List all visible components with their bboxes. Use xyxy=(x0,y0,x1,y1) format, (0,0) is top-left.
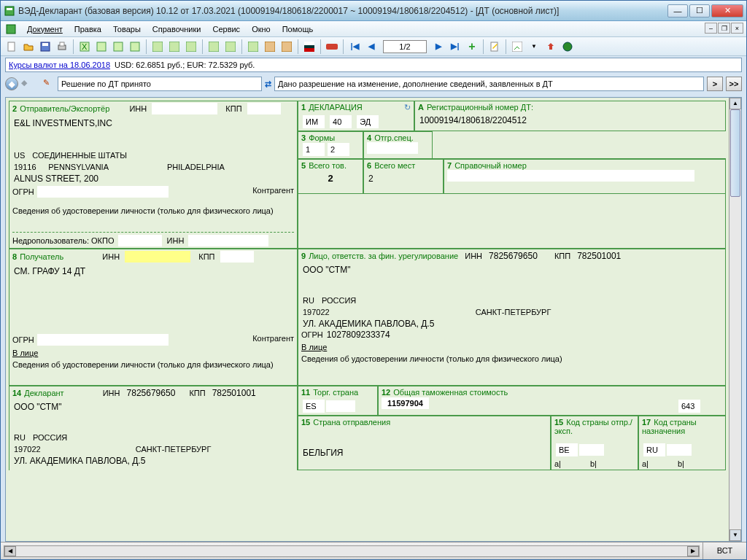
tool-doc1-icon[interactable] xyxy=(509,39,525,54)
titlebar: ВЭД-Декларант (базовая версия) 10.12 от … xyxy=(1,1,746,21)
mdi-restore[interactable]: ❐ xyxy=(718,23,730,34)
scroll-thumb[interactable] xyxy=(730,109,740,197)
tool-edit-icon[interactable] xyxy=(487,39,503,54)
tool-upload-icon[interactable] xyxy=(543,39,559,54)
menu-window[interactable]: Окно xyxy=(246,23,276,35)
boxA-number[interactable]: 10009194/180618/2204512 xyxy=(418,114,722,126)
tool-save-icon[interactable] xyxy=(37,39,53,54)
tool-g7-icon[interactable] xyxy=(262,39,278,54)
refresh-icon[interactable]: ↻ xyxy=(404,103,411,112)
tool-flag-icon[interactable] xyxy=(301,39,317,54)
tool-g2-icon[interactable] xyxy=(166,39,182,54)
close-button[interactable]: ✕ xyxy=(711,4,743,18)
svg-text:X: X xyxy=(82,42,88,51)
menu-refs[interactable]: Справочники xyxy=(147,23,207,35)
box-15k: 15Код страны отпр./эксп. BE a|b| xyxy=(551,416,638,470)
v-scrollbar[interactable]: ▲ ▼ xyxy=(729,98,741,541)
tool-xls3-icon[interactable] xyxy=(110,39,126,54)
tool-xls2-icon[interactable] xyxy=(93,39,109,54)
svg-rect-17 xyxy=(225,42,236,52)
box8-inn-input[interactable] xyxy=(125,251,190,262)
tool-globe-icon[interactable] xyxy=(560,39,576,54)
box17k-input[interactable] xyxy=(667,444,692,456)
svg-rect-16 xyxy=(209,42,219,52)
nav-next-icon[interactable]: ▶ xyxy=(430,39,446,54)
box11-input[interactable] xyxy=(326,400,355,412)
xchg-icon[interactable]: ⇄ xyxy=(265,79,271,89)
scroll-up-icon[interactable]: ▲ xyxy=(729,98,741,109)
scroll-left-icon[interactable]: ◀ xyxy=(4,546,16,556)
box4-input[interactable] xyxy=(367,142,418,154)
box7-input[interactable] xyxy=(447,170,694,182)
nav-first-icon[interactable]: |◀ xyxy=(347,39,363,54)
mdi-controls: – ❐ × xyxy=(705,23,743,34)
status-last-button[interactable]: >> xyxy=(726,77,742,91)
window-title: ВЭД-Декларант (базовая версия) 10.12 от … xyxy=(18,6,667,16)
svg-rect-21 xyxy=(304,42,314,45)
tool-new-icon[interactable] xyxy=(4,39,20,54)
tool-dropdown-icon[interactable]: ▼ xyxy=(526,39,542,54)
tool-print-icon[interactable] xyxy=(54,39,70,54)
tool-g5-icon[interactable] xyxy=(222,39,239,54)
box1-c3[interactable]: ЭД xyxy=(357,115,379,128)
statusbar: ◀ ▶ ВСТ xyxy=(1,542,746,559)
tool-g8-icon[interactable] xyxy=(279,39,295,54)
svg-rect-5 xyxy=(42,43,48,46)
box-14: 14Декларант ИНН 7825679650 КПП 782501001… xyxy=(9,386,298,470)
menu-service[interactable]: Сервис xyxy=(206,23,246,35)
maximize-button[interactable]: ☐ xyxy=(689,4,710,18)
svg-rect-13 xyxy=(152,42,163,52)
box-12: 12Общая таможенная стоимость 11597904643 xyxy=(378,386,726,416)
box-a: АРегистрационный номер ДТ: 10009194/1806… xyxy=(414,101,726,131)
h-scrollbar[interactable]: ◀ ▶ xyxy=(4,545,700,557)
nav-prev-icon[interactable]: ◀ xyxy=(363,39,379,54)
status-next-button[interactable]: > xyxy=(707,77,723,91)
box8-kpp-input[interactable] xyxy=(220,251,254,262)
nav-add-icon[interactable]: + xyxy=(464,39,480,54)
tool-g1-icon[interactable] xyxy=(150,39,166,54)
menu-edit[interactable]: Правка xyxy=(69,23,107,35)
tool-g4-icon[interactable] xyxy=(206,39,222,54)
tool-delete-icon[interactable] xyxy=(324,39,340,54)
mdi-close[interactable]: × xyxy=(731,23,743,34)
svg-rect-19 xyxy=(265,42,275,52)
svg-rect-23 xyxy=(304,48,314,52)
status-row: ◆ ◆ ✎ Решение по ДТ принято ⇄ Дано разре… xyxy=(5,75,742,93)
pencil-icon[interactable]: ✎ xyxy=(43,78,55,90)
menu-help[interactable]: Помощь xyxy=(276,23,320,35)
menu-app-icon xyxy=(5,23,17,35)
status-right[interactable]: Дано разрешение на изменение, дополнение… xyxy=(274,77,704,91)
menu-goods[interactable]: Товары xyxy=(107,23,147,35)
tool-xls4-icon[interactable] xyxy=(127,39,143,54)
box1-c2[interactable]: 40 xyxy=(330,115,352,128)
tool-open-icon[interactable] xyxy=(20,39,36,54)
box1-c1[interactable]: ИМ xyxy=(303,115,325,128)
box2-ogrn-input[interactable] xyxy=(37,186,169,198)
box2-okpo-input[interactable] xyxy=(118,235,162,246)
tool-xls1-icon[interactable]: X xyxy=(77,39,93,54)
box2-company[interactable]: E&L INVESTMENTS,INC xyxy=(12,117,294,129)
box2-ninn-input[interactable] xyxy=(188,235,268,246)
back-icon[interactable]: ◆ xyxy=(5,77,18,90)
tool-g3-icon[interactable] xyxy=(183,39,199,54)
menu-document[interactable]: Документ xyxy=(21,23,69,35)
nav-last-icon[interactable]: ▶| xyxy=(447,39,463,54)
app-window: ВЭД-Декларант (базовая версия) 10.12 от … xyxy=(0,0,747,560)
box8-ogrn-input[interactable] xyxy=(37,334,169,346)
rates-bar: Курсы валют на 18.06.2018 USD: 62.6851 р… xyxy=(5,58,742,72)
rates-link[interactable]: Курсы валют на 18.06.2018 xyxy=(9,61,110,69)
mdi-minimize[interactable]: – xyxy=(705,23,717,34)
workarea: 2Отправитель/Экспортёр ИНН КПП E&L INVES… xyxy=(5,97,742,542)
scroll-down-icon[interactable]: ▼ xyxy=(729,529,741,541)
tool-g6-icon[interactable] xyxy=(245,39,261,54)
box15k-input[interactable] xyxy=(579,444,604,456)
scroll-right-icon[interactable]: ▶ xyxy=(687,546,699,556)
mode-indicator: ВСТ xyxy=(703,542,746,559)
svg-point-27 xyxy=(563,42,572,51)
status-left[interactable]: Решение по ДТ принято xyxy=(58,77,262,91)
svg-rect-12 xyxy=(131,42,139,51)
box2-kpp-input[interactable] xyxy=(247,103,281,114)
minimize-button[interactable]: — xyxy=(667,4,688,18)
box2-inn-input[interactable] xyxy=(152,103,217,114)
page-indicator[interactable]: 1/2 xyxy=(383,40,427,53)
